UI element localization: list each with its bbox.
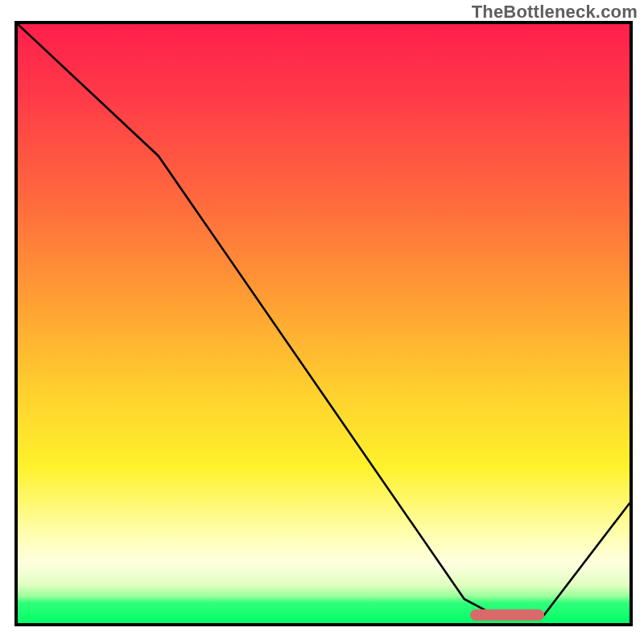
watermark-text: TheBottleneck.com bbox=[472, 2, 638, 23]
optimal-range-marker bbox=[470, 609, 543, 621]
curve-path bbox=[18, 24, 630, 615]
plot-area bbox=[14, 21, 633, 626]
bottleneck-curve bbox=[18, 24, 630, 623]
chart-container: TheBottleneck.com bbox=[0, 0, 644, 644]
